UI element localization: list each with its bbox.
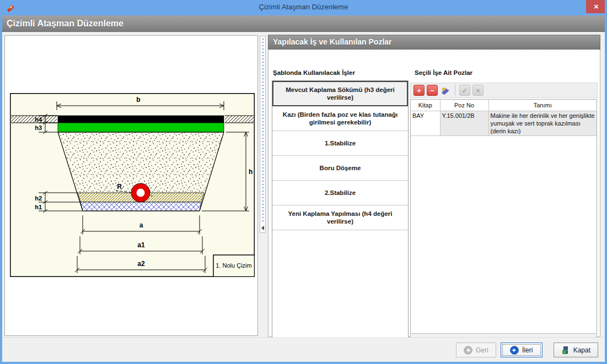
drawing-panel: b: [4, 35, 258, 336]
cancel-button[interactable]: ×: [472, 85, 484, 96]
remove-poz-button[interactable]: −: [427, 85, 438, 96]
exit-door-icon: [561, 346, 570, 355]
close-window-button[interactable]: ×: [586, 0, 606, 13]
back-button[interactable]: Geri: [456, 343, 496, 357]
next-arrow-icon: [510, 346, 519, 355]
window-title: Çizimli Ataşman Düzenleme: [0, 0, 607, 14]
label-h3: h3: [35, 124, 42, 131]
column-header-tanimi[interactable]: Tanımı: [488, 100, 597, 111]
page-title: Çizimli Ataşman Düzenleme: [2, 15, 605, 32]
section-header: Yapılacak İş ve Kullanılan Pozlar: [268, 35, 600, 50]
label-a1: a1: [137, 241, 145, 249]
poz-book-button[interactable]: [440, 85, 451, 96]
confirm-button[interactable]: ✓: [459, 85, 470, 96]
dialog-window: Çizimli Ataşman Düzenleme × Çizimli Ataş…: [0, 0, 607, 364]
splitter-grip-dots: [262, 39, 264, 221]
works-list-label: Şablonda Kullanılacak İşler: [273, 69, 355, 76]
grid-header-row: Kitap Poz No Tanımı: [411, 100, 597, 111]
next-button-label: İleri: [522, 346, 533, 354]
toolbar-separator: [455, 85, 455, 96]
column-header-kitap[interactable]: Kitap: [411, 100, 440, 111]
works-list: Mevcut Kaplama Sökümü (h3 değeri verilir…: [272, 80, 409, 346]
add-poz-button[interactable]: +: [413, 85, 425, 96]
work-item-kazi[interactable]: Kazı (Birden fazla poz ve klas tutanağı …: [272, 106, 408, 131]
pozlar-box: + − ✓ ×: [410, 83, 598, 346]
work-item-2-stabilize[interactable]: 2.Stabilize: [272, 181, 408, 205]
poz-grid: Kitap Poz No Tanımı BAY Y.15.001/2B Maki…: [410, 99, 597, 346]
main-area: b: [2, 32, 605, 338]
label-h2: h2: [35, 195, 42, 202]
trench-cross-section-drawing: b: [10, 93, 255, 277]
next-button[interactable]: İleri: [501, 343, 542, 357]
work-item-mevcut-kaplama-sokumu[interactable]: Mevcut Kaplama Sökümü (h3 değeri verilir…: [272, 81, 408, 106]
cell-tanimi[interactable]: Makine ile her derinlik ve her genişlikt…: [488, 111, 597, 135]
label-a: a: [139, 221, 143, 229]
h1-foundation-band: [80, 202, 201, 211]
existing-pavement-layer: [58, 116, 224, 123]
pozlar-label: Seçili İşe Ait Pozlar: [415, 69, 472, 76]
cell-kitap[interactable]: BAY: [411, 111, 440, 135]
label-h4: h4: [35, 116, 42, 123]
close-dialog-button-label: Kapat: [573, 346, 590, 354]
titlebar: Çizimli Ataşman Düzenleme ×: [0, 0, 607, 15]
section-body: Şablonda Kullanılacak İşler Seçili İşe A…: [268, 50, 600, 337]
label-R: R: [117, 183, 122, 191]
back-arrow-icon: [464, 346, 472, 355]
work-item-1-stabilize[interactable]: 1.Stabilize: [272, 131, 408, 156]
h3-green-layer: [58, 123, 224, 132]
close-dialog-button[interactable]: Kapat: [554, 343, 598, 357]
splitter-collapse-handle[interactable]: [260, 36, 266, 233]
label-b: b: [136, 96, 140, 104]
work-item-boru-doseme[interactable]: Boru Döşeme: [272, 156, 408, 181]
label-h: h: [249, 168, 253, 176]
work-poz-panel: Yapılacak İş ve Kullanılan Pozlar Şablon…: [268, 35, 600, 337]
column-header-pozno[interactable]: Poz No: [440, 100, 488, 111]
poz-book-icon: [440, 85, 451, 95]
label-h1: h1: [35, 204, 42, 210]
drawing-caption: 1. Nolu Çizim: [216, 262, 251, 269]
label-a2: a2: [137, 260, 145, 268]
collapse-left-icon: [261, 226, 264, 230]
cell-pozno[interactable]: Y.15.001/2B: [440, 111, 488, 135]
poz-toolbar: + − ✓ ×: [410, 83, 598, 98]
table-row[interactable]: BAY Y.15.001/2B Makine ile her derinlik …: [411, 111, 597, 135]
panel-splitter: [259, 35, 266, 336]
back-button-label: Geri: [476, 346, 488, 354]
work-item-yeni-kaplama[interactable]: Yeni Kaplama Yapılması (h4 değeri verili…: [272, 205, 408, 230]
footer-bar: Geri İleri Kapat: [2, 338, 605, 362]
